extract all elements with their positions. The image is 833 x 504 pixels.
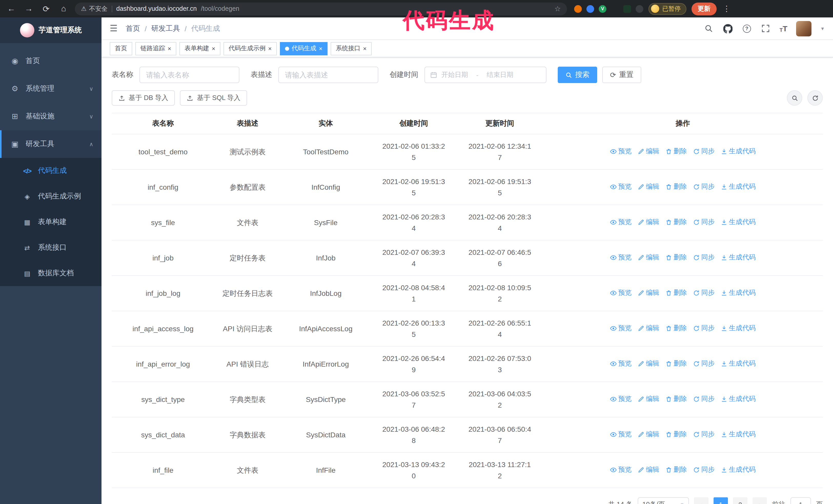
preview-link[interactable]: 预览	[610, 287, 632, 299]
generate-code-link[interactable]: 生成代码	[721, 252, 756, 263]
browser-update-button[interactable]: 更新	[691, 2, 717, 15]
sync-link[interactable]: 同步	[693, 358, 715, 369]
close-icon[interactable]: ×	[268, 45, 272, 51]
sidebar-item-codegen-example[interactable]: ◈ 代码生成示例	[0, 184, 101, 209]
sidebar-item-codegen[interactable]: </> 代码生成	[0, 158, 101, 184]
browser-forward-button[interactable]: →	[23, 3, 35, 15]
sidebar-item-dev-tools[interactable]: ▣ 研发工具 ∧	[0, 130, 101, 158]
close-icon[interactable]: ×	[212, 45, 215, 51]
sidebar-item-system-api[interactable]: ⇄ 系统接口	[0, 235, 101, 261]
generate-code-link[interactable]: 生成代码	[721, 429, 756, 440]
sidebar-logo[interactable]: 芋道管理系统	[0, 18, 101, 43]
sync-link[interactable]: 同步	[693, 323, 715, 334]
reset-button[interactable]: ⟳ 重置	[602, 67, 641, 83]
edit-link[interactable]: 编辑	[638, 181, 659, 193]
paused-badge[interactable]: 已暂停	[648, 3, 686, 15]
preview-link[interactable]: 预览	[610, 429, 632, 440]
generate-code-link[interactable]: 生成代码	[721, 217, 756, 228]
generate-code-link[interactable]: 生成代码	[721, 181, 756, 193]
sidebar-item-home[interactable]: ◉ 首页	[0, 47, 101, 75]
extension-icon[interactable]	[611, 5, 619, 13]
generate-code-link[interactable]: 生成代码	[721, 323, 756, 334]
next-page-button[interactable]: ›	[753, 497, 767, 504]
bookmark-star-icon[interactable]: ☆	[554, 5, 561, 13]
sync-link[interactable]: 同步	[693, 464, 715, 476]
preview-link[interactable]: 预览	[610, 181, 632, 193]
sidebar-item-database-doc[interactable]: ▤ 数据库文档	[0, 261, 101, 286]
extension-icon[interactable]	[636, 5, 643, 13]
preview-link[interactable]: 预览	[610, 146, 632, 157]
generate-code-link[interactable]: 生成代码	[721, 146, 756, 157]
page-button-2[interactable]: 2	[733, 497, 747, 504]
extension-icon[interactable]	[587, 5, 594, 13]
help-icon[interactable]: ?	[742, 23, 752, 33]
tab-form-builder[interactable]: 表单构建 ×	[180, 42, 220, 55]
import-sql-button[interactable]: 基于 SQL 导入	[180, 90, 247, 105]
preview-link[interactable]: 预览	[610, 252, 632, 263]
close-icon[interactable]: ×	[168, 45, 171, 51]
refresh-table-button[interactable]	[807, 90, 823, 105]
generate-code-link[interactable]: 生成代码	[721, 287, 756, 299]
date-range-picker[interactable]: 开始日期 - 结束日期	[425, 67, 546, 83]
edit-link[interactable]: 编辑	[638, 217, 659, 228]
tab-system-api[interactable]: 系统接口 ×	[331, 42, 372, 55]
edit-link[interactable]: 编辑	[638, 323, 659, 334]
sidebar-item-form-builder[interactable]: ▦ 表单构建	[0, 209, 101, 235]
sync-link[interactable]: 同步	[693, 429, 715, 440]
tab-trace[interactable]: 链路追踪 ×	[135, 42, 176, 55]
preview-link[interactable]: 预览	[610, 464, 632, 476]
table-desc-input[interactable]	[278, 67, 378, 83]
preview-link[interactable]: 预览	[610, 393, 632, 405]
close-icon[interactable]: ×	[363, 45, 366, 51]
security-warning[interactable]: ⚠ 不安全	[81, 4, 108, 13]
delete-link[interactable]: 删除	[665, 358, 687, 369]
search-icon[interactable]	[704, 23, 714, 33]
delete-link[interactable]: 删除	[665, 252, 687, 263]
generate-code-link[interactable]: 生成代码	[721, 393, 756, 405]
breadcrumb-item[interactable]: 首页	[126, 24, 140, 33]
tab-codegen[interactable]: 代码生成 ×	[280, 42, 328, 55]
extension-icon[interactable]	[623, 5, 631, 13]
browser-reload-button[interactable]: ⟳	[40, 3, 52, 15]
edit-link[interactable]: 编辑	[638, 287, 659, 299]
delete-link[interactable]: 删除	[665, 287, 687, 299]
collapse-sidebar-icon[interactable]: ☰	[110, 23, 118, 34]
close-icon[interactable]: ×	[319, 45, 323, 51]
tab-codegen-example[interactable]: 代码生成示例 ×	[223, 42, 277, 55]
sync-link[interactable]: 同步	[693, 287, 715, 299]
table-name-input[interactable]	[139, 67, 239, 83]
edit-link[interactable]: 编辑	[638, 146, 659, 157]
edit-link[interactable]: 编辑	[638, 393, 659, 405]
sidebar-item-infrastructure[interactable]: ⊞ 基础设施 ∨	[0, 102, 101, 130]
generate-code-link[interactable]: 生成代码	[721, 464, 756, 476]
import-db-button[interactable]: 基于 DB 导入	[112, 90, 175, 105]
preview-link[interactable]: 预览	[610, 358, 632, 369]
sync-link[interactable]: 同步	[693, 252, 715, 263]
edit-link[interactable]: 编辑	[638, 464, 659, 476]
page-size-select[interactable]: 10条/页 ▼	[638, 497, 689, 504]
generate-code-link[interactable]: 生成代码	[721, 358, 756, 369]
sync-link[interactable]: 同步	[693, 393, 715, 405]
sidebar-item-system-management[interactable]: ⚙ 系统管理 ∨	[0, 75, 101, 102]
delete-link[interactable]: 删除	[665, 393, 687, 405]
extension-icon[interactable]: V	[599, 5, 606, 13]
avatar-caret-icon[interactable]: ▼	[820, 26, 825, 31]
browser-menu-icon[interactable]: ⋮	[722, 4, 732, 13]
breadcrumb-item[interactable]: 研发工具	[151, 24, 180, 33]
prev-page-button[interactable]: ‹	[694, 497, 709, 504]
delete-link[interactable]: 删除	[665, 429, 687, 440]
goto-page-input[interactable]	[790, 497, 811, 504]
fullscreen-icon[interactable]	[761, 23, 771, 33]
preview-link[interactable]: 预览	[610, 323, 632, 334]
font-size-icon[interactable]: TT	[780, 24, 788, 33]
delete-link[interactable]: 删除	[665, 181, 687, 193]
edit-link[interactable]: 编辑	[638, 429, 659, 440]
delete-link[interactable]: 删除	[665, 146, 687, 157]
toggle-search-button[interactable]	[787, 90, 802, 105]
edit-link[interactable]: 编辑	[638, 252, 659, 263]
extension-icon[interactable]	[574, 5, 582, 13]
sync-link[interactable]: 同步	[693, 217, 715, 228]
delete-link[interactable]: 删除	[665, 464, 687, 476]
browser-back-button[interactable]: ←	[5, 3, 18, 15]
sync-link[interactable]: 同步	[693, 146, 715, 157]
